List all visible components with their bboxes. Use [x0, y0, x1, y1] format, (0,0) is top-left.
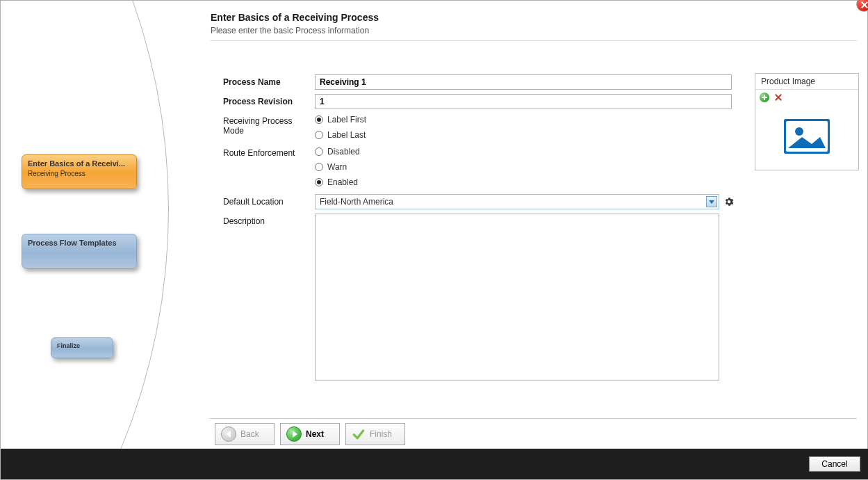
process-name-field[interactable]: [315, 74, 732, 90]
radio-label: Label Last: [327, 130, 366, 140]
description-label: Description: [223, 214, 315, 226]
route-enforcement-warn[interactable]: Warn: [315, 162, 360, 172]
default-location-value: Field-North America: [320, 197, 393, 207]
back-button[interactable]: Back: [215, 423, 275, 445]
default-location-label: Default Location: [223, 194, 315, 207]
wizard-step-templates[interactable]: Process Flow Templates: [22, 234, 137, 269]
wizard-step-title: Process Flow Templates: [28, 239, 131, 247]
close-icon: [856, 0, 868, 12]
check-icon: [352, 427, 366, 441]
radio-icon: [315, 147, 323, 156]
radio-label: Label First: [327, 115, 366, 125]
svg-point-1: [795, 127, 803, 136]
radio-label: Disabled: [327, 147, 360, 157]
receiving-mode-group: Label First Label Last: [315, 113, 366, 140]
wizard-step-title: Finalize: [57, 342, 107, 349]
chevron-down-icon: [706, 196, 717, 207]
description-field[interactable]: [315, 214, 719, 381]
back-label: Back: [240, 429, 259, 439]
wizard-step-basics[interactable]: Enter Basics of a Receivi... Receiving P…: [22, 154, 137, 189]
route-enforcement-label: Route Enforcement: [223, 145, 315, 158]
finish-button[interactable]: Finish: [345, 423, 405, 445]
wizard-step-subtitle: Receiving Process: [28, 170, 131, 177]
cancel-label: Cancel: [821, 459, 847, 469]
route-enforcement-group: Disabled Warn Enabled: [315, 145, 360, 187]
product-image-panel: Product Image: [755, 73, 859, 170]
finish-label: Finish: [370, 429, 392, 439]
process-name-label: Process Name: [223, 74, 315, 87]
receiving-mode-label: Receiving Process Mode: [223, 113, 315, 136]
wizard-steps-sidebar: Enter Basics of a Receivi... Receiving P…: [1, 1, 209, 449]
radio-icon: [315, 163, 323, 171]
next-label: Next: [306, 429, 324, 439]
page-header: Enter Basics of a Receiving Process Plea…: [211, 5, 857, 41]
process-revision-label: Process Revision: [223, 94, 315, 106]
radio-label: Warn: [327, 162, 347, 172]
process-revision-field[interactable]: [315, 94, 732, 109]
next-button[interactable]: Next: [280, 423, 340, 445]
cancel-button[interactable]: Cancel: [809, 456, 860, 472]
add-image-button[interactable]: [760, 93, 769, 102]
main-area: Enter Basics of a Receivi... Receiving P…: [1, 1, 868, 449]
product-image-title: Product Image: [755, 74, 858, 90]
radio-label: Enabled: [327, 177, 358, 187]
product-image-placeholder: [755, 105, 858, 168]
wizard-step-title: Enter Basics of a Receivi...: [28, 159, 131, 168]
page-subtitle: Please enter the basic Process informati…: [211, 26, 857, 35]
radio-icon: [315, 115, 323, 124]
receiving-mode-label-first[interactable]: Label First: [315, 115, 366, 125]
image-placeholder-icon: [784, 119, 830, 154]
wizard-step-finalize[interactable]: Finalize: [51, 337, 113, 358]
radio-icon: [315, 178, 323, 186]
dialog-footer: Cancel: [1, 449, 868, 479]
wizard-dialog: Enter Basics of a Receivi... Receiving P…: [0, 0, 868, 480]
receiving-mode-label-last[interactable]: Label Last: [315, 130, 366, 140]
radio-icon: [315, 131, 323, 139]
page-title: Enter Basics of a Receiving Process: [211, 12, 857, 23]
default-location-settings-button[interactable]: [723, 196, 735, 207]
route-enforcement-enabled[interactable]: Enabled: [315, 177, 360, 187]
arrow-left-icon: [221, 426, 236, 442]
route-enforcement-disabled[interactable]: Disabled: [315, 147, 360, 157]
default-location-select[interactable]: Field-North America: [315, 194, 719, 209]
gear-icon: [723, 196, 735, 207]
wizard-button-bar: Back Next Finish: [209, 418, 857, 449]
close-button[interactable]: [856, 0, 868, 12]
delete-image-button[interactable]: [773, 93, 783, 102]
arrow-right-icon: [286, 426, 302, 442]
